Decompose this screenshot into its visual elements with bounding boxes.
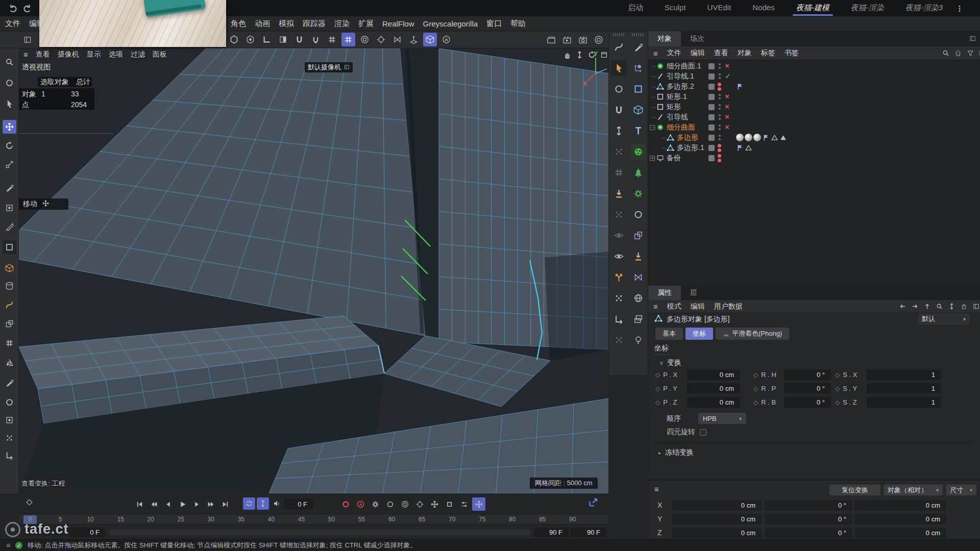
layout-tab-5[interactable]: 夜猫-渲染: [840, 0, 895, 16]
layer-color-swatch[interactable]: [708, 155, 715, 161]
coord-X-v1[interactable]: 0 cm: [672, 500, 762, 511]
field-P.X[interactable]: 0 cm: [687, 369, 740, 380]
flag-tag-icon[interactable]: [736, 144, 744, 153]
cylinder-primitive-icon[interactable]: [3, 279, 16, 293]
loop-toggle[interactable]: [243, 497, 255, 510]
render-picture-viewer-icon[interactable]: [560, 33, 574, 46]
go-to-start-button[interactable]: [133, 497, 146, 511]
section-tab-坐标[interactable]: 坐标: [685, 328, 713, 340]
rotate-tool-icon[interactable]: [3, 139, 16, 153]
layout-tab-3[interactable]: Nodes: [742, 0, 785, 16]
find-tool-icon[interactable]: [3, 55, 16, 69]
coord-Y-v2[interactable]: 0 °: [765, 514, 852, 524]
menu-角色[interactable]: 角色: [231, 19, 246, 29]
coord-Z-v1[interactable]: 0 cm: [672, 528, 762, 538]
search-icon[interactable]: [940, 47, 951, 59]
rings-icon[interactable]: [358, 33, 372, 46]
tri-tag-icon[interactable]: [771, 134, 778, 143]
disabled-icon[interactable]: ×: [725, 61, 729, 70]
select-cursor-icon[interactable]: [3, 97, 16, 111]
hamburger-icon[interactable]: ≡: [6, 541, 10, 549]
coord-Y-v3[interactable]: 0 cm: [854, 514, 946, 524]
timeline-ruler[interactable]: 051015202530354045505560657075808590: [19, 514, 608, 525]
mirror-tool-icon[interactable]: [3, 356, 16, 370]
menu-跟踪器[interactable]: 跟踪器: [303, 19, 326, 29]
layout-tab-2[interactable]: UVEdit: [697, 0, 742, 16]
object-tree-row[interactable]: 多边形: [648, 133, 980, 143]
new-panel-icon[interactable]: [971, 301, 980, 312]
visibility-dots[interactable]: [719, 94, 721, 100]
snap-magnet-icon[interactable]: [292, 33, 306, 46]
coord-X-v3[interactable]: 0 cm: [854, 500, 946, 511]
menu-动画[interactable]: 动画: [255, 19, 270, 29]
new-panel-icon[interactable]: [977, 47, 980, 59]
live-selection-icon[interactable]: [3, 76, 16, 90]
pen-edit-icon[interactable]: [3, 376, 16, 390]
range-start-field[interactable]: 0 F: [69, 528, 106, 537]
coord-Y-v1[interactable]: 0 cm: [672, 514, 762, 524]
brush-tool-icon[interactable]: [3, 181, 16, 195]
object-name[interactable]: 引导线: [667, 113, 688, 122]
array-dots-icon[interactable]: [611, 207, 627, 222]
filter-icon[interactable]: [965, 47, 976, 59]
clone-st-icon[interactable]: [630, 228, 646, 243]
kebab-menu-icon[interactable]: [952, 2, 966, 15]
hamburger-icon[interactable]: ≡: [653, 49, 658, 58]
previous-frame-button[interactable]: [161, 497, 175, 511]
record-button[interactable]: [339, 497, 352, 511]
size-dropdown[interactable]: 尺寸▾: [946, 485, 976, 495]
object-tree-row[interactable]: 多边形.1: [648, 143, 980, 153]
hamburger-icon[interactable]: ≡: [23, 50, 28, 59]
object-manager-tab-对象[interactable]: 对象: [648, 31, 681, 46]
split-branch-icon[interactable]: [611, 269, 627, 285]
download-box-icon[interactable]: [630, 248, 646, 264]
clamp-icon[interactable]: [611, 102, 627, 118]
hide-selected-icon[interactable]: [611, 228, 627, 243]
viewport-menu-filter[interactable]: 过滤: [131, 50, 145, 59]
ring-object-icon[interactable]: [630, 207, 646, 222]
disabled-icon[interactable]: ×: [725, 92, 729, 101]
object-tree-row[interactable]: 引导线.1✓: [648, 71, 980, 82]
extra-dots-icon[interactable]: [611, 332, 627, 348]
object-name[interactable]: 多边形.1: [677, 143, 704, 153]
disabled-icon[interactable]: ×: [725, 112, 729, 121]
menu-渲染[interactable]: 渲染: [334, 19, 350, 29]
region-box-icon[interactable]: [3, 413, 16, 427]
visibility-dots[interactable]: [718, 144, 721, 152]
visibility-dots[interactable]: [719, 63, 721, 69]
lamp-st-icon[interactable]: [630, 332, 646, 348]
center-axis-icon[interactable]: [611, 290, 627, 306]
back-arrow-icon[interactable]: [897, 301, 908, 312]
snap-dots-icon[interactable]: [611, 144, 627, 160]
rectangle-spline-icon[interactable]: [630, 81, 646, 97]
volume-cube-icon[interactable]: [423, 33, 437, 46]
menu-扩展[interactable]: 扩展: [358, 19, 374, 29]
compare-icon[interactable]: [946, 301, 957, 312]
previous-key-button[interactable]: [147, 497, 160, 511]
tri-tag-icon[interactable]: [745, 144, 752, 153]
visibility-dots[interactable]: [718, 83, 721, 91]
text-object-icon[interactable]: [630, 123, 646, 139]
attribute-tab-属性[interactable]: 属性: [648, 286, 681, 300]
globe-st-icon[interactable]: [630, 290, 646, 306]
measure-icon[interactable]: [611, 123, 627, 139]
coord-Z-v3[interactable]: 0 cm: [854, 528, 946, 538]
object-name[interactable]: 细分曲面: [667, 123, 695, 132]
spline-pen-icon[interactable]: [3, 298, 16, 312]
object-name[interactable]: 细分曲面.1: [667, 62, 701, 71]
menu-文件[interactable]: 文件: [5, 19, 20, 29]
object-name[interactable]: 矩形: [667, 103, 681, 112]
range-scrollbar[interactable]: [109, 530, 531, 535]
auto-mode-icon[interactable]: A: [439, 33, 453, 46]
layer-color-swatch[interactable]: [708, 84, 715, 90]
workplane-corner-icon[interactable]: [260, 33, 274, 46]
rect-select-icon[interactable]: [3, 240, 16, 254]
layer-color-swatch[interactable]: [708, 135, 715, 141]
hamburger-icon[interactable]: ≡: [653, 302, 658, 311]
interactive-render-icon[interactable]: [592, 33, 605, 46]
panel-corner-icon[interactable]: [967, 33, 978, 44]
lock-icon[interactable]: [959, 301, 969, 312]
layer-color-swatch[interactable]: [708, 63, 715, 69]
om-menu-对象[interactable]: 对象: [738, 48, 752, 58]
attribute-tab-层[interactable]: 层: [681, 286, 706, 300]
